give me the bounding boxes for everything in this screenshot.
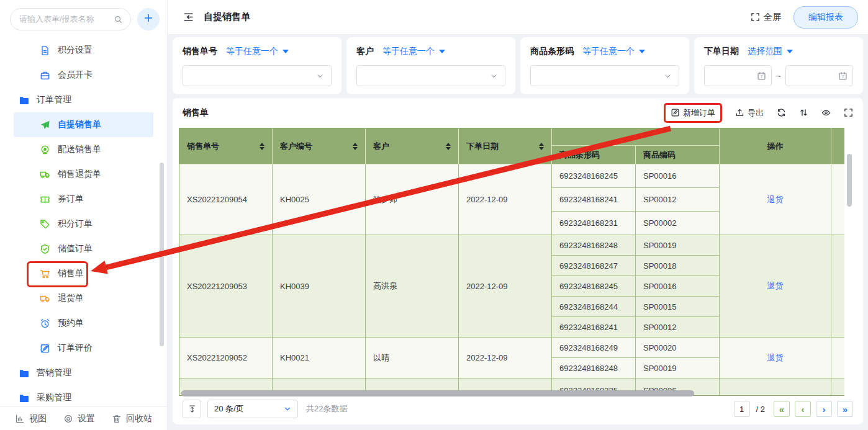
sidebar-item[interactable]: 积分订单 xyxy=(14,212,153,236)
export-button[interactable]: 导出 xyxy=(735,107,764,119)
column-header-product-code[interactable]: 商品编码 xyxy=(636,146,720,164)
cell-barcode: 6923248168245 xyxy=(552,164,636,188)
filter-select-input[interactable] xyxy=(183,65,332,86)
cell-barcode: 6923248168241 xyxy=(552,188,636,212)
date-end-input[interactable]: 7 xyxy=(785,65,853,86)
cell-product-code: SP00020 xyxy=(636,338,720,358)
return-link[interactable]: 退货 xyxy=(767,281,784,290)
caret-down-icon xyxy=(639,50,645,53)
return-link[interactable]: 退货 xyxy=(767,195,784,204)
filter-operator[interactable]: 选择范围 xyxy=(748,46,793,57)
sidebar-footer-gear[interactable]: 设置 xyxy=(63,413,95,424)
sidebar-footer-label: 设置 xyxy=(78,413,95,424)
sidebar-item[interactable]: 销售退货单 xyxy=(14,162,153,187)
filter-select-input[interactable] xyxy=(530,65,679,86)
plus-icon xyxy=(143,13,153,25)
vertical-scrollbar[interactable] xyxy=(847,154,852,207)
column-header-order_no[interactable]: 销售单号 xyxy=(179,128,273,164)
sidebar-footer-trash[interactable]: 回收站 xyxy=(112,413,152,424)
map-pin-icon xyxy=(40,145,50,155)
table-title: 销售单 xyxy=(183,107,209,119)
prev-page-button[interactable]: ‹ xyxy=(795,401,811,417)
sort-icon xyxy=(260,143,264,150)
refresh-icon xyxy=(777,108,786,117)
edit-report-button[interactable]: 编辑报表 xyxy=(793,6,858,29)
date-start-input[interactable]: 7 xyxy=(704,65,772,86)
bar-chart-icon xyxy=(15,414,25,424)
cart-icon xyxy=(40,269,50,279)
cell-barcode: 6923248168248 xyxy=(552,358,636,378)
refresh-button[interactable] xyxy=(777,108,786,117)
product-group-header xyxy=(552,128,720,146)
filter-operator-label: 等于任意一个 xyxy=(382,46,435,57)
sidebar-item[interactable]: 退货单 xyxy=(14,286,153,311)
fullscreen-toggle[interactable]: 全屏 xyxy=(751,12,781,23)
column-header-barcode[interactable]: 商品条形码 xyxy=(552,146,636,164)
chevron-down-icon xyxy=(316,72,324,80)
column-header-customer_no[interactable]: 客户编号 xyxy=(273,128,366,164)
briefcase-icon xyxy=(40,70,50,81)
first-page-button[interactable]: « xyxy=(774,401,790,417)
table-row: XS20221209054KH0025筱夕师2022-12-0969232481… xyxy=(179,164,844,188)
last-page-button[interactable]: » xyxy=(837,401,853,417)
svg-text:7: 7 xyxy=(761,74,763,78)
sidebar-item-label: 积分设置 xyxy=(58,45,93,56)
filter-operator[interactable]: 等于任意一个 xyxy=(226,46,289,57)
cell-clipped xyxy=(831,378,844,396)
new-order-button[interactable]: 新增订单 xyxy=(671,107,715,119)
sidebar-item[interactable]: 销售单 xyxy=(14,261,153,286)
sidebar-item[interactable]: 配送销售单 xyxy=(14,137,153,162)
cell-customer_no: KH0039 xyxy=(273,235,366,338)
column-header-label: 销售单号 xyxy=(187,141,219,152)
sort-button[interactable] xyxy=(799,108,808,117)
sidebar-scrollbar[interactable] xyxy=(160,163,164,346)
sidebar-item-label: 预约单 xyxy=(58,318,84,329)
cell-barcode: 6923248168248 xyxy=(552,235,636,256)
row-height-button[interactable] xyxy=(183,400,201,418)
topbar: 自提销售单 全屏 编辑报表 xyxy=(168,0,868,35)
column-header-order_date[interactable]: 下单日期 xyxy=(459,128,552,164)
table-row: XS20221209052KH0021以晴2022-12-09692324816… xyxy=(179,338,844,358)
collapse-sidebar-icon[interactable] xyxy=(183,11,194,23)
column-header-action: 操作 xyxy=(720,128,831,164)
sidebar-item[interactable]: 会员开卡 xyxy=(14,63,153,87)
page-size-select[interactable]: 20 条/页 xyxy=(207,400,298,418)
sidebar-item[interactable]: 订单评价 xyxy=(14,336,153,361)
filter-select-input[interactable] xyxy=(356,65,505,86)
sidebar-item-label: 退货单 xyxy=(58,293,84,304)
sidebar-item-label: 订单评价 xyxy=(58,343,93,354)
add-form-button[interactable] xyxy=(137,8,160,30)
filter-operator[interactable]: 等于任意一个 xyxy=(382,46,445,57)
column-header-customer[interactable]: 客户 xyxy=(366,128,459,164)
column-visibility-button[interactable] xyxy=(821,108,831,117)
current-page-input[interactable]: 1 xyxy=(734,401,750,417)
caret-down-icon xyxy=(283,50,289,53)
filter-operator[interactable]: 等于任意一个 xyxy=(582,46,645,57)
horizontal-scrollbar[interactable] xyxy=(181,390,694,396)
date-range-separator: ~ xyxy=(776,71,781,81)
column-header-label: 客户 xyxy=(373,141,389,152)
total-count-label: 共22条数据 xyxy=(306,403,347,414)
cell-product-code: SP00018 xyxy=(636,256,720,276)
document-icon xyxy=(40,45,50,56)
sidebar-item[interactable]: 订单管理 xyxy=(14,87,153,112)
folder-icon xyxy=(19,393,29,403)
next-page-button[interactable]: › xyxy=(816,401,832,417)
filter-card: 客户等于任意一个 xyxy=(346,37,515,94)
cell-barcode: 6923248168247 xyxy=(552,256,636,276)
sidebar-footer-bar-chart[interactable]: 视图 xyxy=(15,413,47,424)
table-fullscreen-button[interactable] xyxy=(844,108,853,117)
return-link[interactable]: 退货 xyxy=(767,353,784,362)
sidebar-item[interactable]: 预约单 xyxy=(14,311,153,336)
chevron-down-icon xyxy=(664,72,672,80)
cell-product-code: SP00019 xyxy=(636,358,720,378)
sidebar-item[interactable]: 储值订单 xyxy=(14,236,153,261)
sidebar-item[interactable]: 营销管理 xyxy=(14,361,153,385)
sidebar-footer-label: 回收站 xyxy=(126,413,152,424)
cell-customer_no: KH0025 xyxy=(273,164,366,235)
sidebar-item[interactable]: 自提销售单 xyxy=(14,112,153,137)
sidebar-item-label: 自提销售单 xyxy=(58,119,101,130)
search-input[interactable]: 请输入表单/报表名称 xyxy=(10,8,131,30)
sidebar-item[interactable]: 券订单 xyxy=(14,187,153,212)
sidebar-item[interactable]: 积分设置 xyxy=(14,38,153,63)
